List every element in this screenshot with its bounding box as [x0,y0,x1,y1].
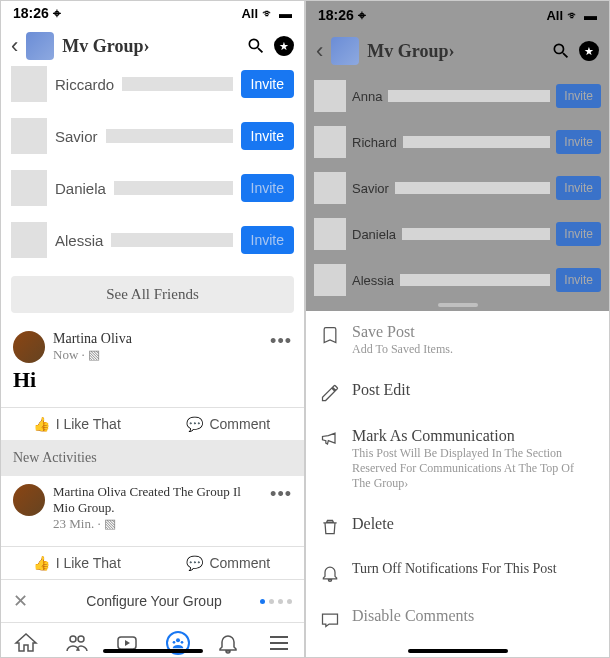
friend-row: SaviorInvite [314,165,601,211]
search-icon[interactable] [246,36,266,56]
config-label[interactable]: Configure Your Group [48,593,260,609]
group-avatar-icon[interactable] [331,37,359,65]
invite-button[interactable]: Invite [241,226,294,254]
delete-button[interactable]: Delete [306,503,609,549]
page-dots [260,599,292,604]
home-indicator[interactable] [408,649,508,653]
pencil-icon [320,383,340,403]
post: Martina Oliva Created The Group Il Mio G… [1,476,304,540]
notifications-tab-icon[interactable] [216,631,240,655]
comment-button[interactable]: 💬Comment [153,547,305,579]
bell-icon [320,563,340,583]
redacted-bar [111,233,232,247]
friend-list: Riccardo Invite Savior Invite Daniela In… [1,66,304,266]
svg-point-5 [180,641,183,644]
friend-row: Savior Invite [11,110,294,162]
invite-button[interactable]: Invite [241,122,294,150]
avatar[interactable] [314,80,346,112]
status-bar: 18:26 ⌖ All ᯤ ▬ [306,1,609,29]
menu-tab-icon[interactable] [267,631,291,655]
redacted-bar [122,77,232,91]
search-icon[interactable] [551,41,571,61]
invite-button[interactable]: Invite [556,268,601,292]
close-icon[interactable]: ✕ [13,590,28,612]
header: ‹ Mv Group› ★ [1,26,304,66]
disable-comments-button[interactable]: Disable Comments [306,595,609,641]
friend-name[interactable]: Riccardo [55,76,114,93]
see-all-friends-button[interactable]: See All Friends [11,276,294,313]
invite-button[interactable]: Invite [556,176,601,200]
friend-row: AnnaInvite [314,73,601,119]
page-title[interactable]: Mv Group› [367,41,543,62]
mark-communication-button[interactable]: Mark As CommunicationThis Post Will Be D… [306,415,609,503]
save-post-button[interactable]: Save PostAdd To Saved Items. [306,311,609,369]
back-icon[interactable]: ‹ [316,38,323,64]
redacted-bar [106,129,233,143]
invite-button[interactable]: Invite [556,222,601,246]
invite-button[interactable]: Invite [241,174,294,202]
avatar[interactable] [13,331,45,363]
post-menu-icon[interactable]: ••• [270,331,292,352]
redacted-bar [114,181,233,195]
config-banner: ✕ Configure Your Group [1,579,304,622]
svg-point-0 [70,636,76,642]
post-author[interactable]: Martina Oliva Created The Group Il Mio G… [53,484,262,516]
comment-icon: 💬 [186,555,203,571]
friend-name[interactable]: Savior [55,128,98,145]
friend-row: Alessia Invite [11,214,294,266]
avatar[interactable] [314,126,346,158]
shield-icon[interactable]: ★ [274,36,294,56]
turn-off-notifications-button[interactable]: Turn Off Notifications For This Post [306,549,609,595]
action-sheet: Save PostAdd To Saved Items. Post Edit M… [306,311,609,657]
friend-row: RichardInvite [314,119,601,165]
invite-button[interactable]: Invite [556,130,601,154]
avatar[interactable] [314,264,346,296]
friend-row: Daniela Invite [11,162,294,214]
avatar[interactable] [11,170,47,206]
status-bar: 18:26 ⌖ All ᯤ ▬ [1,1,304,26]
bookmark-icon [320,325,340,345]
friend-row: DanielaInvite [314,211,601,257]
post-body: Hi [13,367,292,393]
comment-icon: 💬 [186,416,203,432]
trash-icon [320,517,340,537]
avatar[interactable] [11,222,47,258]
comment-icon [320,609,340,629]
svg-point-4 [172,641,175,644]
back-icon[interactable]: ‹ [11,33,18,59]
post-author[interactable]: Martina Oliva [53,331,262,347]
friend-row: Riccardo Invite [11,66,294,110]
friend-name[interactable]: Alessia [55,232,103,249]
page-title[interactable]: Mv Group› [62,36,238,57]
edit-post-button[interactable]: Post Edit [306,369,609,415]
home-indicator[interactable] [103,649,203,653]
home-tab-icon[interactable] [14,631,38,655]
header: ‹ Mv Group› ★ [306,29,609,73]
avatar[interactable] [13,484,45,516]
group-avatar-icon[interactable] [26,32,54,60]
thumbs-up-icon: 👍 [33,555,50,571]
thumbs-up-icon: 👍 [33,416,50,432]
invite-button[interactable]: Invite [556,84,601,108]
svg-point-1 [78,636,84,642]
like-button[interactable]: 👍I Like That [1,408,153,440]
invite-button[interactable]: Invite [241,70,294,98]
like-button[interactable]: 👍I Like That [1,547,153,579]
friend-list: AnnaInvite RichardInvite SaviorInvite Da… [306,73,609,303]
sheet-handle[interactable] [438,303,478,307]
shield-icon[interactable]: ★ [579,41,599,61]
friends-tab-icon[interactable] [65,631,89,655]
post: Martina Oliva Now · ▧ ••• Hi [1,323,304,401]
avatar[interactable] [314,172,346,204]
comment-button[interactable]: 💬Comment [153,408,305,440]
post-menu-icon[interactable]: ••• [270,484,292,505]
avatar[interactable] [11,66,47,102]
post-time: 23 Min. · ▧ [53,516,262,532]
avatar[interactable] [11,118,47,154]
post-time: Now · ▧ [53,347,262,363]
svg-point-3 [176,638,180,642]
new-activities-header: New Activities [1,440,304,476]
friend-name[interactable]: Daniela [55,180,106,197]
avatar[interactable] [314,218,346,250]
friend-row: AlessiaInvite [314,257,601,303]
